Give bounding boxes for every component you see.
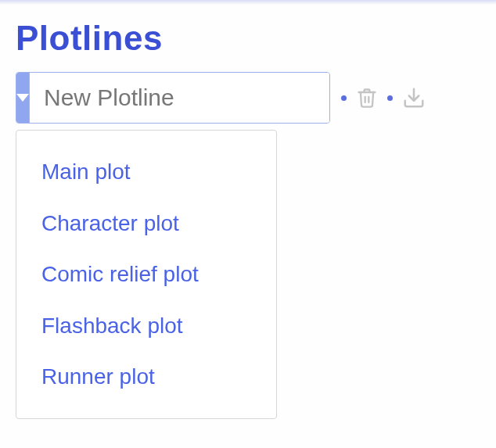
dropdown-item-character-plot[interactable]: Character plot [16,198,276,249]
download-button[interactable] [402,86,426,109]
caret-down-icon [16,94,29,102]
svg-marker-0 [16,94,29,102]
dropdown-item-flashback-plot[interactable]: Flashback plot [16,300,276,352]
new-plotline-row [16,72,480,124]
separator-dot [387,95,393,101]
plotlines-section: Plotlines [0,5,496,433]
plotline-type-dropdown-button[interactable] [16,73,30,123]
plotline-type-dropdown-menu: Main plot Character plot Comic relief pl… [16,130,277,419]
delete-button[interactable] [356,86,378,109]
plotline-input-group [16,72,330,124]
separator-dot [341,95,347,101]
trash-icon [356,86,378,109]
dropdown-item-main-plot[interactable]: Main plot [16,146,276,198]
plotline-actions [341,86,426,109]
dropdown-item-runner-plot[interactable]: Runner plot [16,351,276,403]
download-icon [402,86,426,109]
page-title: Plotlines [16,19,480,58]
new-plotline-input[interactable] [30,73,330,123]
dropdown-item-comic-relief-plot[interactable]: Comic relief plot [16,249,276,300]
